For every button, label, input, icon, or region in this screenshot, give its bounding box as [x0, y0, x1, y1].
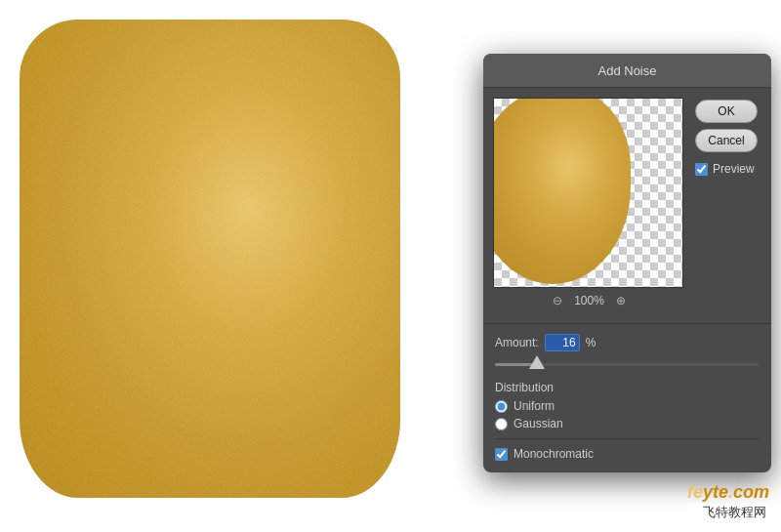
- add-noise-dialog: Add Noise ⊖ 100% ⊕ OK Cancel: [483, 54, 771, 472]
- slider-thumb: [529, 355, 545, 369]
- dialog-buttons: OK Cancel Preview: [695, 98, 761, 313]
- monochromatic-checkbox[interactable]: [495, 448, 508, 461]
- amount-row: Amount: 16 %: [495, 334, 760, 351]
- preview-canvas[interactable]: [493, 98, 683, 288]
- gaussian-label: Gaussian: [514, 417, 563, 430]
- cancel-button[interactable]: Cancel: [695, 129, 758, 152]
- preview-controls: ⊖ 100% ⊕: [493, 288, 685, 313]
- watermark-fe: fe: [687, 482, 703, 502]
- distribution-label: Distribution: [495, 381, 760, 394]
- ok-button[interactable]: OK: [695, 100, 758, 123]
- zoom-level-label: 100%: [574, 294, 604, 307]
- gaussian-radio-row: Gaussian: [495, 417, 760, 430]
- preview-checkbox[interactable]: [695, 163, 708, 176]
- dialog-content: ⊖ 100% ⊕ OK Cancel Preview: [483, 88, 771, 323]
- uniform-label: Uniform: [514, 399, 555, 413]
- preview-gold-shape: [493, 98, 631, 284]
- amount-slider[interactable]: [495, 355, 760, 371]
- preview-check-container: Preview: [695, 162, 761, 176]
- gaussian-radio[interactable]: [495, 418, 508, 430]
- watermark-top: feyte.com: [687, 482, 769, 503]
- amount-input[interactable]: 16: [545, 334, 580, 351]
- watermark-com: com: [733, 482, 769, 502]
- dialog-bottom: Amount: 16 % Distribution Uniform Gaussi…: [483, 323, 771, 472]
- canvas-area: Add Noise ⊖ 100% ⊕ OK Cancel: [0, 0, 781, 532]
- amount-percent: %: [586, 336, 596, 349]
- zoom-out-icon[interactable]: ⊖: [553, 294, 562, 307]
- gold-blob: [20, 20, 400, 498]
- watermark: feyte.com 飞特教程网: [687, 482, 769, 522]
- uniform-radio[interactable]: [495, 400, 508, 413]
- amount-label: Amount:: [495, 336, 539, 349]
- preview-checkbox-label: Preview: [713, 162, 755, 176]
- watermark-bottom: 飞特教程网: [687, 503, 769, 522]
- preview-area: ⊖ 100% ⊕: [493, 98, 685, 313]
- monochromatic-row: Monochromatic: [495, 438, 760, 461]
- dialog-titlebar: Add Noise: [483, 54, 771, 88]
- uniform-radio-row: Uniform: [495, 399, 760, 413]
- dialog-title: Add Noise: [598, 63, 657, 78]
- monochromatic-label: Monochromatic: [514, 447, 594, 461]
- watermark-yte: yte: [703, 482, 728, 502]
- zoom-in-icon[interactable]: ⊕: [616, 294, 626, 307]
